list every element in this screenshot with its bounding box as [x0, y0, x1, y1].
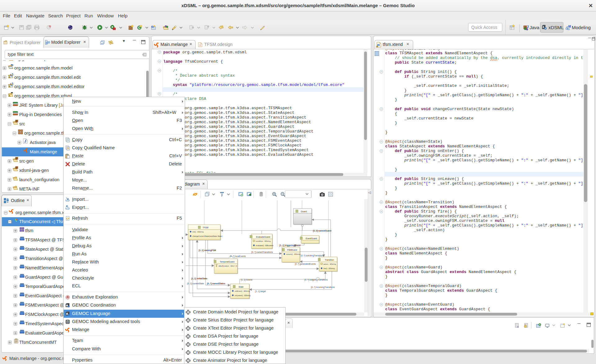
svg-text:[1..1] triggeringEvent: [1..1] triggeringEvent — [279, 244, 301, 247]
svg-text:s: s — [67, 296, 68, 299]
svg-text:J: J — [24, 139, 26, 143]
svg-text:TFSM: TFSM — [203, 227, 209, 229]
svg-text:[1..1] source: [1..1] source — [241, 279, 253, 281]
svg-text:evaluate() : EBoolean: evaluate() : EBoolean — [256, 245, 273, 246]
svg-text:onEnter() : EString: onEnter() : EString — [235, 290, 250, 292]
svg-text:[0..1] currentState: [0..1] currentState — [187, 282, 204, 285]
svg-text:J: J — [527, 25, 529, 29]
svg-text:[0..*] generatedEvents: [0..*] generatedEvents — [295, 263, 316, 265]
svg-text:Transition: Transition — [325, 259, 334, 261]
svg-text:[0..*] ownedStates: [0..*] ownedStates — [207, 282, 225, 285]
svg-text:occurs() : EString: occurs() : EString — [286, 253, 300, 255]
svg-text:TemporalGuard: TemporalGuard — [220, 261, 234, 263]
svg-text:fire() : EString: fire() : EString — [323, 267, 335, 269]
svg-text:EvaluateGuard: EvaluateGuard — [256, 236, 270, 238]
svg-text:[0..*] outgoingTransitions: [0..*] outgoingTransitions — [305, 279, 328, 281]
svg-text:action : EString: action : EString — [323, 263, 336, 265]
svg-text:[1..1] owningFSM: [1..1] owningFSM — [199, 249, 216, 252]
svg-text:[1..1] ownedGuard: [1..1] ownedGuard — [313, 230, 331, 232]
svg-text:init() : EString: init() : EString — [192, 231, 204, 233]
svg-text:FSMEvent: FSMEvent — [287, 249, 297, 251]
svg-text:M: M — [568, 25, 571, 28]
svg-text:[0..*] localEvents: [0..*] localEvents — [230, 255, 246, 258]
svg-text:C: C — [138, 26, 140, 29]
svg-text:condition : EString: condition : EString — [256, 240, 271, 242]
svg-text:Guard: Guard — [301, 210, 307, 213]
svg-text:[1..1] initialState: [1..1] initialState — [191, 277, 207, 280]
svg-text:[0..*] solicitingTransitions: [0..*] solicitingTransitions — [301, 254, 324, 257]
svg-text:[1..1] target: [1..1] target — [255, 290, 266, 293]
svg-text:M: M — [67, 321, 69, 323]
svg-text:changeCurrentState(newState St: changeCurrentState(newState State) — [192, 235, 223, 237]
svg-text:afterDuration : EInt = 0: afterDuration : EInt = 0 — [219, 265, 237, 267]
svg-text:[0..*] incomingTransitions: [0..*] incomingTransitions — [311, 286, 335, 289]
svg-text:State: State — [239, 286, 244, 288]
svg-text:onLeave() : EString: onLeave() : EString — [235, 294, 251, 296]
svg-text:[0..*] ownedTransitions: [0..*] ownedTransitions — [251, 251, 273, 254]
svg-text:EventGuard: EventGuard — [306, 237, 317, 240]
